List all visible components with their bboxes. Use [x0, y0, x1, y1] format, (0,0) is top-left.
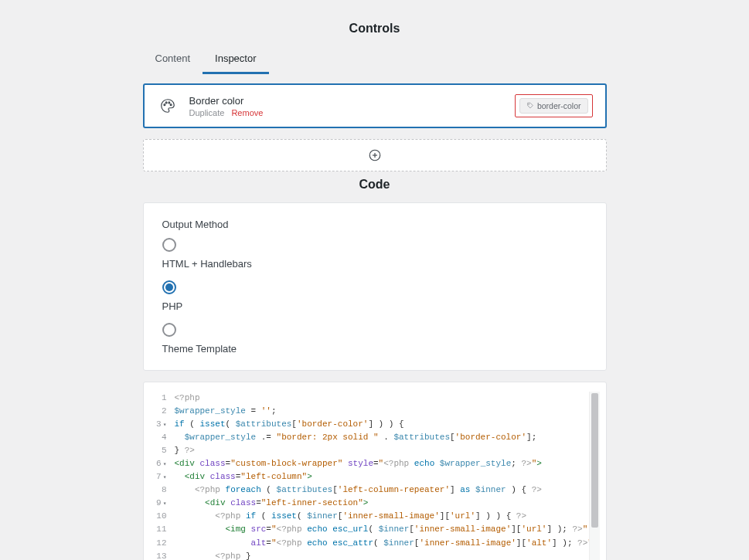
- line-number-gutter: 123456789101112131415161718192021: [150, 392, 175, 560]
- code-editor-panel: 123456789101112131415161718192021 <?php$…: [143, 382, 607, 560]
- radio-html-handlebars[interactable]: [162, 238, 176, 252]
- radio-php[interactable]: [162, 280, 176, 294]
- svg-point-2: [168, 102, 169, 104]
- svg-point-3: [170, 104, 172, 106]
- code-heading: Code: [143, 178, 607, 192]
- control-title: Border color: [189, 95, 515, 107]
- svg-point-0: [163, 104, 165, 106]
- output-method-label: Output Method: [162, 219, 587, 230]
- controls-heading: Controls: [143, 22, 607, 36]
- tab-inspector[interactable]: Inspector: [203, 46, 268, 74]
- palette-icon: [157, 95, 179, 117]
- add-control-button[interactable]: [143, 139, 607, 171]
- plus-circle-icon: [368, 148, 382, 162]
- radio-theme-template[interactable]: [162, 323, 176, 337]
- remove-link[interactable]: Remove: [231, 108, 263, 117]
- tag-highlight: border-color: [515, 94, 593, 117]
- tag-icon: [526, 102, 534, 110]
- code-editor[interactable]: 123456789101112131415161718192021 <?php$…: [150, 392, 600, 560]
- code-body[interactable]: <?php$wrapper_style = '';if ( isset( $at…: [175, 392, 600, 560]
- tab-content[interactable]: Content: [143, 46, 203, 74]
- vertical-scrollbar[interactable]: [589, 392, 600, 560]
- control-tabs: Content Inspector: [143, 46, 607, 74]
- variable-tag-text: border-color: [537, 101, 581, 110]
- control-card-border-color[interactable]: Border color Duplicate Remove border-col…: [143, 83, 607, 128]
- svg-point-1: [165, 102, 167, 104]
- radio-theme-label: Theme Template: [162, 343, 587, 355]
- variable-tag-chip[interactable]: border-color: [519, 98, 588, 114]
- svg-point-4: [529, 104, 529, 105]
- output-method-panel: Output Method HTML + Handlebars PHP Them…: [143, 202, 607, 371]
- radio-html-label: HTML + Handlebars: [162, 258, 587, 270]
- duplicate-link[interactable]: Duplicate: [189, 108, 225, 117]
- radio-php-label: PHP: [162, 300, 587, 312]
